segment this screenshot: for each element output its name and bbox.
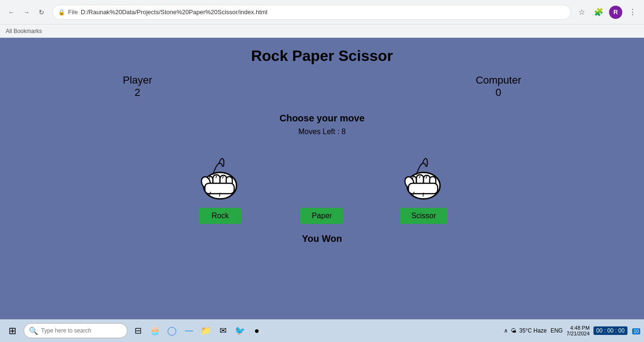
language-text: ENG — [551, 327, 563, 334]
chrome2-icon[interactable]: ● — [249, 323, 264, 338]
timer-display: 00 : 00 : 00 — [593, 326, 627, 335]
search-bar[interactable]: 🔍 — [24, 323, 127, 338]
forward-button[interactable]: → — [20, 6, 33, 19]
paper-choice: Paper — [300, 208, 343, 224]
rock-button[interactable]: Rock — [199, 208, 241, 224]
browser-actions: ☆ 🧩 R ⋮ — [575, 6, 639, 19]
notification-count: 10 — [632, 328, 640, 334]
file-label: File — [68, 9, 78, 16]
scissor-hand-icon — [400, 150, 447, 202]
player-score: 2 — [135, 86, 140, 99]
computer-score-block: Computer 0 — [475, 74, 521, 99]
lock-icon: 🔒 — [58, 9, 65, 16]
taskbar-right: ∧ 🌤 35°C Haze ENG 4:48 PM 7/21/2024 00 :… — [504, 325, 640, 336]
svg-line-11 — [220, 193, 220, 197]
computer-score: 0 — [496, 86, 501, 99]
computer-label: Computer — [475, 74, 521, 86]
mail-icon[interactable]: ✉ — [215, 323, 230, 338]
language-display: ENG — [551, 327, 563, 334]
choose-move-text: Choose your move — [280, 113, 364, 124]
chevron-up-icon[interactable]: ∧ — [504, 327, 508, 334]
svg-line-23 — [423, 193, 424, 197]
rock-hand-icon — [196, 150, 244, 202]
bookmarks-label: All Bookmarks — [6, 28, 42, 34]
taskbar: ⊞ 🔍 ⊟ 🧁 ◯ ⸻ 📁 ✉ 🐦 ● ∧ 🌤 35°C Haze ENG 4:… — [0, 319, 644, 342]
notification-badge[interactable]: 10 — [631, 326, 640, 335]
time-display: 4:48 PM — [570, 325, 590, 331]
svg-rect-18 — [408, 183, 438, 194]
refresh-button[interactable]: ↻ — [35, 6, 48, 19]
svg-rect-6 — [205, 183, 234, 194]
moves-left-text: Moves Left : 8 — [298, 128, 346, 136]
game-title: Rock Paper Scissor — [251, 47, 393, 65]
edge-icon[interactable]: ⸻ — [181, 323, 196, 338]
folder-icon[interactable]: 📁 — [198, 323, 213, 338]
player-label: Player — [123, 74, 152, 86]
result-text: You Won — [302, 233, 342, 244]
paper-button[interactable]: Paper — [300, 208, 343, 224]
search-icon: 🔍 — [29, 326, 38, 335]
sys-tray: ∧ 🌤 35°C Haze — [504, 327, 547, 334]
chrome-icon[interactable]: ◯ — [164, 323, 179, 338]
profile-button[interactable]: R — [609, 6, 622, 19]
twitter-icon[interactable]: 🐦 — [232, 323, 247, 338]
clock-block: 4:48 PM 7/21/2024 — [567, 325, 590, 336]
weather-text: 35°C Haze — [519, 327, 547, 334]
cupcake-icon[interactable]: 🧁 — [147, 323, 162, 338]
taskbar-icons: ⊟ 🧁 ◯ ⸻ 📁 ✉ 🐦 ● — [130, 323, 264, 338]
address-bar[interactable]: 🔒 File D:/Raunak%20Data/Projects/Stone%2… — [52, 5, 571, 20]
browser-chrome: ← → ↻ 🔒 File D:/Raunak%20Data/Projects/S… — [0, 0, 644, 25]
search-input[interactable] — [41, 327, 122, 334]
nav-buttons: ← → ↻ — [5, 6, 48, 19]
scissor-choice: Scissor — [400, 150, 447, 224]
date-display: 7/21/2024 — [567, 331, 590, 336]
menu-button[interactable]: ⋮ — [626, 6, 639, 19]
scissor-button[interactable]: Scissor — [400, 208, 447, 224]
extensions-button[interactable]: 🧩 — [592, 6, 605, 19]
game-area: Rock Paper Scissor Player 2 Computer 0 C… — [0, 38, 644, 319]
start-button[interactable]: ⊞ — [4, 322, 21, 339]
url-text: D:/Raunak%20Data/Projects/Stone%20Paper%… — [81, 9, 565, 16]
rock-choice: Rock — [196, 150, 244, 224]
scores-row: Player 2 Computer 0 — [0, 74, 644, 99]
player-score-block: Player 2 — [123, 74, 152, 99]
star-button[interactable]: ☆ — [575, 6, 588, 19]
task-view-icon[interactable]: ⊟ — [130, 323, 145, 338]
back-button[interactable]: ← — [5, 6, 18, 19]
choices-row: Rock Paper — [196, 150, 447, 224]
weather-icon: 🌤 — [511, 327, 517, 334]
bookmarks-bar: All Bookmarks — [0, 25, 644, 38]
